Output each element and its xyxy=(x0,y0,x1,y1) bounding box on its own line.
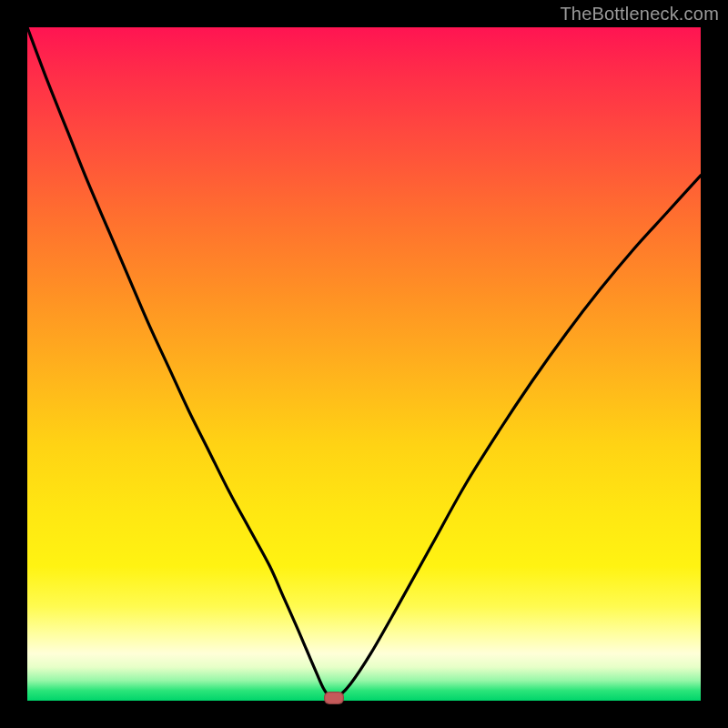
bottleneck-curve xyxy=(27,27,701,699)
watermark-text: TheBottleneck.com xyxy=(560,4,719,25)
outer-frame: TheBottleneck.com xyxy=(0,0,728,728)
min-marker xyxy=(324,692,344,704)
plot-area xyxy=(27,27,701,701)
curve-svg xyxy=(27,27,701,701)
